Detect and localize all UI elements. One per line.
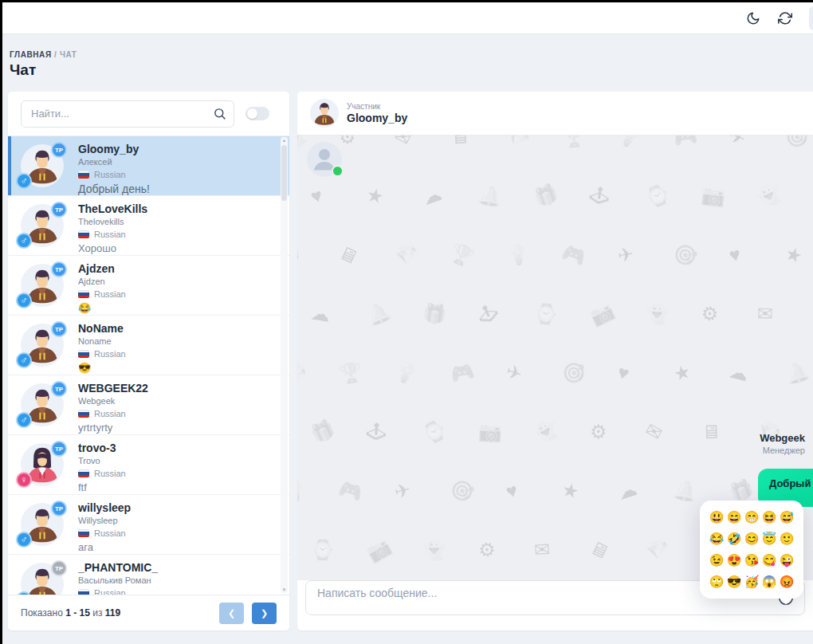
contact-row-phantomic[interactable]: TP ♂ _PHANTOMIC_ Васылькив Роман Russian [8, 555, 289, 595]
chat-participant-avatar [310, 99, 339, 128]
emoji-option[interactable]: 😡 [780, 575, 795, 589]
contact-name: TheLoveKills [78, 202, 280, 216]
emoji-option[interactable]: 😃 [709, 510, 725, 524]
emoji-option[interactable]: 😂 [709, 532, 725, 546]
contact-country: Russian [94, 409, 126, 418]
russia-flag-icon [78, 230, 89, 238]
contact-avatar: TP ♂ [21, 563, 64, 595]
scrollbar-up-arrow-icon[interactable]: ▲ [281, 138, 288, 143]
russia-flag-icon [78, 171, 89, 179]
contact-avatar: TP ♂ [21, 264, 64, 307]
manager-label-block: Webgeek Менеджер [760, 432, 805, 456]
contact-list: TP ♂ Gloomy_by Алексей Russian Добрый де… [8, 135, 289, 595]
contact-row-thelovekills[interactable]: TP ♂ TheLoveKills Thelovekills Russian Х… [8, 196, 289, 256]
contact-avatar: TP ♂ [21, 503, 64, 546]
russia-flag-icon [78, 290, 89, 298]
online-filter-toggle[interactable] [245, 107, 269, 120]
emoji-option[interactable]: 😎 [727, 575, 742, 589]
contact-list-scrollbar[interactable]: ▲ ▼ [281, 137, 288, 593]
contact-country: Russian [94, 528, 126, 538]
emoji-option[interactable]: 🙂 [780, 532, 795, 546]
contact-username: Noname [78, 336, 280, 347]
tp-badge-icon: TP [51, 501, 67, 516]
contact-row-trovo-3[interactable]: TP ♀ trovo-3 Trovo Russian ftf [8, 435, 289, 495]
contact-country: Russian [94, 588, 126, 595]
emoji-option[interactable]: 😘 [744, 553, 760, 567]
russia-flag-icon [78, 469, 89, 477]
contact-avatar: TP ♂ [21, 383, 64, 426]
contact-name: Ajdzen [78, 262, 280, 276]
search-box [21, 100, 234, 128]
contact-avatar: TP ♂ [21, 324, 64, 367]
pagination-footer: Показано 1 - 15 из 119 ❮ ❯ [8, 595, 289, 630]
emoji-option[interactable]: 😜 [780, 553, 795, 567]
pager: ❮ ❯ [219, 603, 277, 624]
prev-page-button[interactable]: ❮ [219, 603, 244, 624]
breadcrumb-home[interactable]: ГЛАВНАЯ [10, 50, 52, 59]
chat-participant-info: Участник Gloomy_by [347, 102, 407, 125]
male-gender-icon: ♂ [16, 173, 32, 189]
emoji-grid: 😃 😄 😁 😆 😅 😂 🤣 😊 😇 🙂 😉 😍 😘 😋 😜 🙄 😎 🥳 😱 [708, 510, 795, 589]
male-gender-icon: ♂ [16, 532, 32, 548]
contact-row-ajdzen[interactable]: TP ♂ Ajdzen Ajdzen Russian 😂 [8, 256, 289, 316]
contact-avatar: TP ♂ [21, 144, 64, 187]
emoji-option[interactable]: 😊 [744, 532, 760, 546]
contact-row-willysleep[interactable]: TP ♂ willysleep Willysleep Russian ага [8, 495, 289, 555]
breadcrumb-separator: / [54, 50, 57, 59]
pagination-prefix: Показано [21, 607, 63, 618]
online-status-avatar [307, 142, 342, 177]
emoji-option[interactable]: 🥳 [744, 575, 760, 589]
dark-mode-moon-icon[interactable] [745, 10, 761, 26]
contact-row-gloomy-by[interactable]: TP ♂ Gloomy_by Алексей Russian Добрый де… [8, 136, 289, 196]
emoji-option[interactable]: 😁 [744, 510, 760, 524]
emoji-option[interactable]: 🙄 [709, 575, 725, 589]
russia-flag-icon [78, 350, 89, 358]
participant-label: Участник [347, 102, 407, 112]
next-page-button[interactable]: ❯ [252, 603, 277, 624]
contact-name: trovo-3 [78, 442, 280, 455]
contact-row-webgeek22[interactable]: TP ♂ WEBGEEK22 Webgeek Russian yrtrtyrty [8, 375, 289, 435]
search-row [8, 92, 289, 135]
contact-username: Willysleep [78, 515, 280, 526]
message-input[interactable] [306, 581, 764, 615]
emoji-option[interactable]: 😋 [762, 553, 777, 567]
emoji-option[interactable]: 😍 [727, 553, 742, 567]
contact-country: Russian [94, 349, 126, 359]
emoji-option[interactable]: 😆 [762, 510, 777, 524]
contact-country: Russian [94, 289, 126, 299]
contact-name: WEBGEEK22 [78, 382, 280, 395]
emoji-option[interactable]: 😱 [762, 575, 777, 589]
topbar-right-cluster: W Pa [745, 2, 813, 34]
emoji-option[interactable]: 😄 [727, 510, 742, 524]
contact-name: _PHANTOMIC_ [78, 561, 280, 575]
contact-username: Webgeek [78, 395, 280, 406]
breadcrumb-current: ЧАТ [60, 50, 77, 59]
search-input[interactable] [21, 100, 234, 128]
contact-username: Ajdzen [78, 276, 280, 287]
contact-row-noname[interactable]: TP ♂ NoName Noname Russian 😎 [8, 316, 289, 375]
tp-badge-icon: TP [51, 261, 67, 277]
scrollbar-down-arrow-icon[interactable]: ▼ [281, 587, 288, 592]
emoji-option[interactable]: 😅 [780, 510, 795, 524]
topbar-user-menu[interactable]: W Pa [809, 6, 813, 30]
sync-refresh-icon[interactable] [777, 10, 793, 26]
emoji-option[interactable]: 😉 [709, 553, 725, 567]
top-navbar: W Pa [2, 2, 813, 34]
russia-flag-icon [78, 529, 89, 537]
contact-country: Russian [94, 170, 126, 179]
male-gender-icon: ♂ [16, 352, 32, 368]
message-text: Добрый день! [769, 477, 813, 489]
contact-country: Russian [94, 469, 126, 478]
search-icon[interactable] [213, 107, 226, 124]
emoji-option[interactable]: 😇 [762, 532, 777, 546]
participant-name: Gloomy_by [347, 112, 407, 125]
tp-badge-icon: TP [51, 202, 67, 218]
contact-avatar: TP ♀ [21, 443, 64, 486]
chat-panel: Участник Gloomy_by 👻⚙✉🖥💎🏆💡🎮✈🎯♥★☁🔔🎁🕹⌚📷👻⚙✉… [297, 92, 813, 630]
contact-country: Russian [94, 230, 126, 239]
contact-username: Trovo [78, 455, 280, 466]
male-gender-icon: ♂ [16, 293, 32, 308]
male-gender-icon: ♂ [16, 233, 32, 249]
scrollbar-thumb[interactable] [281, 145, 287, 201]
emoji-option[interactable]: 🤣 [727, 532, 742, 546]
